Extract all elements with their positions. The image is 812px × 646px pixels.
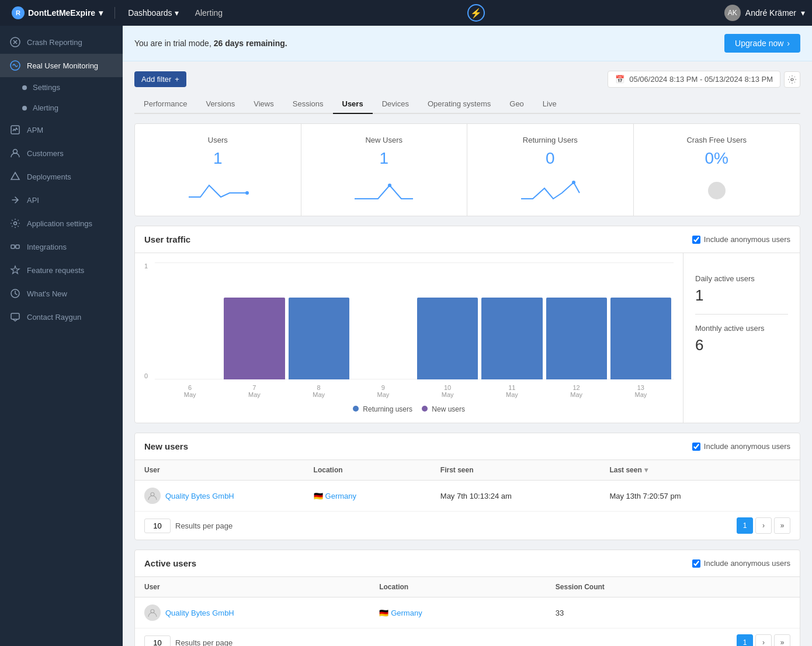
active-users-page-next[interactable]: ›	[755, 634, 772, 646]
tab-sessions[interactable]: Sessions	[283, 95, 333, 114]
brand-label: DontLetMeExpire	[28, 8, 95, 18]
user-avatar: AK	[724, 5, 741, 21]
bar-col-12may	[546, 298, 607, 379]
upgrade-button[interactable]: Upgrade now ›	[724, 34, 800, 53]
tab-geo[interactable]: Geo	[500, 95, 533, 114]
include-anon-input-active[interactable]	[692, 559, 700, 568]
tab-devices[interactable]: Devices	[373, 95, 418, 114]
nav-separator	[114, 7, 115, 19]
trial-days: 26 days remaining.	[214, 39, 287, 48]
sidebar-item-whats-new[interactable]: What's New	[0, 282, 123, 305]
stat-returning-label: Returning Users	[479, 136, 622, 144]
new-users-page-next[interactable]: ›	[755, 517, 772, 534]
sidebar-item-customers[interactable]: Customers	[0, 141, 123, 165]
bar-col-10may	[417, 298, 478, 379]
active-users-page-size[interactable]	[144, 635, 171, 647]
date-range-area: 📅 05/06/2024 8:13 PM - 05/13/2024 8:13 P…	[608, 71, 800, 88]
stat-crash-free-label: Crash Free Users	[646, 136, 789, 144]
sidebar-item-feature-requests[interactable]: Feature requests	[0, 258, 123, 282]
sidebar-item-contact[interactable]: Contact Raygun	[0, 305, 123, 329]
chart-legend: Returning users New users	[144, 405, 674, 413]
stat-users: Users 1	[135, 124, 301, 216]
flag-0: 🇩🇪	[314, 492, 323, 500]
daily-active-label: Daily active users	[695, 274, 788, 283]
bar-col-11may	[481, 298, 542, 379]
col-location: Location	[314, 466, 440, 474]
date-range-value: 05/06/2024 8:13 PM - 05/13/2024 8:13 PM	[629, 75, 773, 84]
tab-live[interactable]: Live	[533, 95, 566, 114]
active-user-cell-0: Quality Bytes GmbH	[144, 604, 379, 621]
add-filter-button[interactable]: Add filter +	[134, 71, 186, 87]
sidebar-item-settings[interactable]: Settings	[0, 77, 123, 98]
sidebar-item-integrations[interactable]: Integrations	[0, 235, 123, 258]
sidebar-item-apm[interactable]: APM	[0, 118, 123, 141]
monthly-active-value: 6	[695, 336, 788, 354]
api-icon	[9, 194, 21, 206]
stat-crash-free-chart	[646, 175, 789, 204]
new-users-title: New users	[144, 441, 188, 451]
svg-point-9	[791, 78, 793, 81]
include-anon-checkbox-active[interactable]: Include anonymous users	[692, 559, 790, 568]
trial-bar: You are in trial mode, 26 days remaining…	[123, 26, 812, 61]
stats-row: Users 1 New Users 1	[134, 123, 800, 216]
active-users-results-label: Results per page	[175, 638, 233, 647]
flash-icon[interactable]: ⚡	[467, 4, 485, 22]
feature-icon	[9, 264, 21, 276]
customers-icon	[9, 147, 21, 159]
apm-icon	[9, 124, 21, 136]
sidebar-item-alerting[interactable]: Alerting	[0, 98, 123, 118]
sidebar-item-app-settings[interactable]: Application settings	[0, 212, 123, 235]
include-anon-input-traffic[interactable]	[692, 236, 700, 244]
sidebar: Crash Reporting Real User Monitoring Set…	[0, 26, 123, 646]
include-anon-checkbox-new[interactable]: Include anonymous users	[692, 442, 790, 451]
active-users-page-1[interactable]: 1	[737, 634, 753, 646]
include-anon-checkbox-traffic[interactable]: Include anonymous users	[692, 235, 790, 244]
bar-12may	[546, 298, 607, 379]
tab-users[interactable]: Users	[333, 95, 373, 114]
nav-alerting[interactable]: Alerting	[189, 6, 228, 20]
svg-point-10	[245, 191, 249, 195]
sidebar-item-rum[interactable]: Real User Monitoring	[0, 54, 123, 77]
app-settings-label: Application settings	[27, 219, 92, 228]
new-users-page-1[interactable]: 1	[737, 517, 753, 534]
bars-container	[157, 262, 674, 379]
new-users-page-controls: 1 › »	[737, 517, 790, 534]
sidebar-item-deployments[interactable]: Deployments	[0, 165, 123, 188]
stat-users-value: 1	[147, 149, 289, 168]
y-axis-0: 0	[144, 372, 148, 379]
x-label-7: 7May	[224, 384, 284, 398]
monthly-active-label: Monthly active users	[695, 324, 788, 333]
col-last-seen: Last seen ▾	[609, 466, 779, 474]
new-users-page-last[interactable]: »	[774, 517, 790, 534]
tab-operating-systems[interactable]: Operating systems	[418, 95, 500, 114]
x-axis-labels: 6May 7May 8May 9May 10May 11May 12May 13…	[144, 384, 674, 398]
user-name-0[interactable]: Quality Bytes GmbH	[165, 492, 234, 500]
active-users-page-last[interactable]: »	[774, 634, 790, 646]
nav-dashboards[interactable]: Dashboards ▾	[122, 6, 185, 20]
active-user-name-0[interactable]: Quality Bytes GmbH	[165, 609, 234, 617]
deployments-icon	[9, 171, 21, 182]
tab-performance[interactable]: Performance	[134, 95, 196, 114]
svg-point-13	[708, 182, 726, 199]
user-menu[interactable]: AK André Krämer ▾	[724, 5, 805, 21]
active-users-page-controls: 1 › »	[737, 634, 790, 646]
include-anon-input-new[interactable]	[692, 443, 700, 451]
brand-logo[interactable]: R DontLetMeExpire ▾	[7, 4, 107, 22]
alerting-dot	[22, 106, 27, 110]
tab-versions[interactable]: Versions	[196, 95, 244, 114]
svg-rect-8	[11, 313, 19, 319]
integrations-icon	[9, 241, 21, 253]
tab-views[interactable]: Views	[244, 95, 283, 114]
new-users-page-size[interactable]	[144, 519, 171, 533]
apm-label: APM	[27, 126, 43, 134]
location-0[interactable]: Germany	[325, 492, 356, 500]
calendar-icon: 📅	[615, 75, 624, 84]
settings-gear-button[interactable]	[784, 71, 800, 88]
stat-users-chart	[147, 175, 289, 204]
stat-crash-free: Crash Free Users 0%	[634, 124, 800, 216]
sidebar-item-api[interactable]: API	[0, 188, 123, 212]
active-location-0[interactable]: Germany	[391, 609, 422, 617]
last-seen-sort-icon[interactable]: ▾	[644, 466, 648, 474]
date-range-picker[interactable]: 📅 05/06/2024 8:13 PM - 05/13/2024 8:13 P…	[608, 71, 780, 88]
sidebar-item-crash-reporting[interactable]: Crash Reporting	[0, 30, 123, 54]
